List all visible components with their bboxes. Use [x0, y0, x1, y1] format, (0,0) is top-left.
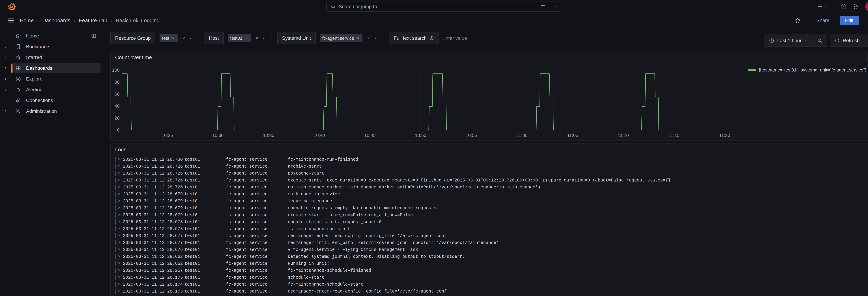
log-expand-chevron[interactable]: > [118, 240, 123, 245]
zoom-out-button[interactable] [813, 35, 827, 46]
chevron-right-icon[interactable] [3, 98, 8, 103]
time-range-button[interactable]: Last 1 hour [765, 35, 813, 46]
log-expand-chevron[interactable]: > [118, 178, 123, 183]
log-row[interactable]: >2025-03-31 11:12:28.726test01fc-agent.s… [111, 163, 868, 170]
breadcrumb-item[interactable]: Home [20, 18, 34, 24]
chevron-right-icon[interactable] [3, 109, 8, 113]
breadcrumb-item[interactable]: Dashboards [42, 18, 70, 24]
panel-title[interactable]: Count over time [111, 52, 868, 60]
chevron-right-icon[interactable] [3, 44, 8, 49]
log-host: test01 [185, 261, 226, 266]
log-row[interactable]: >2025-03-31 11:12:28.677test01fc-agent.s… [111, 239, 868, 246]
log-row[interactable]: >2025-03-31 11:12:28.678test01fc-agent.s… [111, 225, 868, 232]
log-expand-chevron[interactable]: > [118, 268, 123, 273]
info-circle-icon[interactable] [429, 36, 434, 41]
chevron-right-icon[interactable] [3, 55, 8, 60]
breadcrumb-item[interactable]: Feature-Lab [79, 18, 107, 24]
filter-value-chip[interactable]: fc-agent.service [320, 34, 363, 42]
log-expand-chevron[interactable]: > [118, 234, 123, 238]
log-timestamp: 2025-03-31 11:12:28.679 [123, 212, 185, 218]
log-level-bar [115, 247, 116, 252]
log-row[interactable]: >2025-03-31 11:12:28.679test01fc-agent.s… [111, 211, 868, 219]
log-expand-chevron[interactable]: > [118, 275, 123, 280]
log-row[interactable]: >2025-03-31 11:12:28.173test01fc-agent.s… [111, 288, 868, 295]
log-row[interactable]: >2025-03-31 11:12:28.679test01fc-agent.s… [111, 204, 868, 211]
sidebar-item-connections[interactable]: Connections [0, 95, 100, 106]
log-expand-chevron[interactable]: > [118, 157, 123, 162]
share-button[interactable]: Share [811, 15, 835, 25]
sidebar-item-bookmarks[interactable]: Bookmarks [0, 41, 100, 52]
chevron-right-icon[interactable] [3, 88, 8, 92]
chevron-down-icon[interactable] [261, 36, 266, 40]
log-row[interactable]: >2025-03-31 11:12:28.679test01fc-agent.s… [111, 191, 868, 198]
new-button[interactable] [817, 4, 828, 9]
log-level-bar [115, 289, 116, 294]
log-row[interactable]: >2025-03-31 11:12:28.174test01fc-agent.s… [111, 281, 868, 288]
x-icon[interactable] [172, 36, 175, 40]
x-icon[interactable] [366, 36, 371, 40]
grafana-logo-icon[interactable] [7, 2, 16, 11]
help-icon[interactable] [840, 3, 847, 10]
log-row[interactable]: >2025-03-31 11:12:28.257test01fc-agent.s… [111, 267, 868, 274]
sidebar-item-alerting[interactable]: Alerting [0, 85, 100, 95]
time-series-chart[interactable] [122, 70, 745, 130]
log-expand-chevron[interactable]: > [118, 282, 123, 287]
refresh-button[interactable]: Refresh [830, 35, 864, 46]
x-icon[interactable] [356, 36, 360, 40]
sidebar-item-starred[interactable]: Starred [0, 52, 100, 63]
log-unit: fc-agent.service [226, 268, 288, 273]
log-row[interactable]: >2025-03-31 11:12:28.730test01fc-agent.s… [111, 156, 868, 163]
log-expand-chevron[interactable]: > [118, 213, 123, 217]
log-expand-chevron[interactable]: > [118, 192, 123, 196]
log-expand-chevron[interactable]: > [118, 220, 123, 224]
sidebar-item-administration[interactable]: Administration [0, 106, 100, 117]
log-timestamp: 2025-03-31 11:12:28.257 [123, 268, 185, 273]
search-input[interactable] [339, 4, 538, 9]
log-expand-chevron[interactable]: > [118, 185, 123, 190]
sidebar-item-dashboards[interactable]: Dashboards [0, 63, 100, 73]
panel-title[interactable]: Logs [111, 143, 868, 153]
log-expand-chevron[interactable]: > [118, 199, 123, 203]
star-icon[interactable] [794, 17, 801, 24]
log-row[interactable]: >2025-03-31 11:12:28.726test01fc-agent.s… [111, 184, 868, 191]
log-row[interactable]: >2025-03-31 11:12:28.677test01fc-agent.s… [111, 232, 868, 239]
log-row[interactable]: >2025-03-31 11:12:28.679test01fc-agent.s… [111, 198, 868, 204]
sidebar-item-home[interactable]: Home [0, 31, 100, 41]
hamburger-menu-icon[interactable] [7, 17, 15, 24]
log-row[interactable]: >2025-03-31 11:12:28.662test01fc-agent.s… [111, 253, 868, 260]
global-search[interactable]: ⌘+k [327, 2, 561, 12]
edit-button[interactable]: Edit [840, 15, 859, 25]
chevron-right-icon[interactable] [3, 77, 8, 81]
x-icon[interactable] [245, 36, 248, 40]
refresh-interval-dropdown[interactable] [864, 35, 868, 46]
log-expand-chevron[interactable]: > [118, 206, 123, 210]
log-expand-chevron[interactable]: > [118, 254, 123, 259]
x-icon[interactable] [255, 36, 259, 40]
chevron-right-icon[interactable] [3, 66, 8, 70]
log-row[interactable]: >2025-03-31 11:12:28.726test01fc-agent.s… [111, 177, 868, 184]
chevron-down-icon[interactable] [373, 36, 378, 40]
news-rss-icon[interactable] [853, 3, 859, 10]
log-expand-chevron[interactable]: > [118, 227, 123, 231]
fulltext-filter-input[interactable] [439, 32, 479, 44]
log-level-bar [115, 164, 116, 169]
panel-menu-button[interactable] [867, 53, 868, 61]
log-row[interactable]: >2025-03-31 11:12:28.662test01fc-agent.s… [111, 260, 868, 267]
log-expand-chevron[interactable]: > [118, 171, 123, 175]
user-avatar[interactable] [865, 2, 868, 11]
x-icon[interactable] [181, 36, 186, 40]
log-expand-chevron[interactable]: > [118, 248, 123, 252]
panel-collapse-icon[interactable] [91, 33, 97, 39]
log-row[interactable]: >2025-03-31 11:12:28.676test01fc-agent.s… [111, 246, 868, 253]
log-expand-chevron[interactable]: > [118, 289, 123, 294]
log-row[interactable]: >2025-03-31 11:12:28.175test01fc-agent.s… [111, 274, 868, 281]
log-row[interactable]: >2025-03-31 11:12:28.678test01fc-agent.s… [111, 219, 868, 225]
log-expand-chevron[interactable]: > [118, 261, 123, 266]
filter-value-chip[interactable]: test [159, 34, 178, 42]
sidebar-item-explore[interactable]: Explore [0, 74, 100, 84]
log-expand-chevron[interactable]: > [118, 164, 123, 169]
legend-label[interactable]: {hostname="test01", systemd_unit="fc-age… [758, 67, 866, 73]
log-row[interactable]: >2025-03-31 11:12:28.726test01fc-agent.s… [111, 170, 868, 177]
chevron-down-icon[interactable] [188, 36, 193, 40]
filter-value-chip[interactable]: test01 [228, 34, 251, 42]
